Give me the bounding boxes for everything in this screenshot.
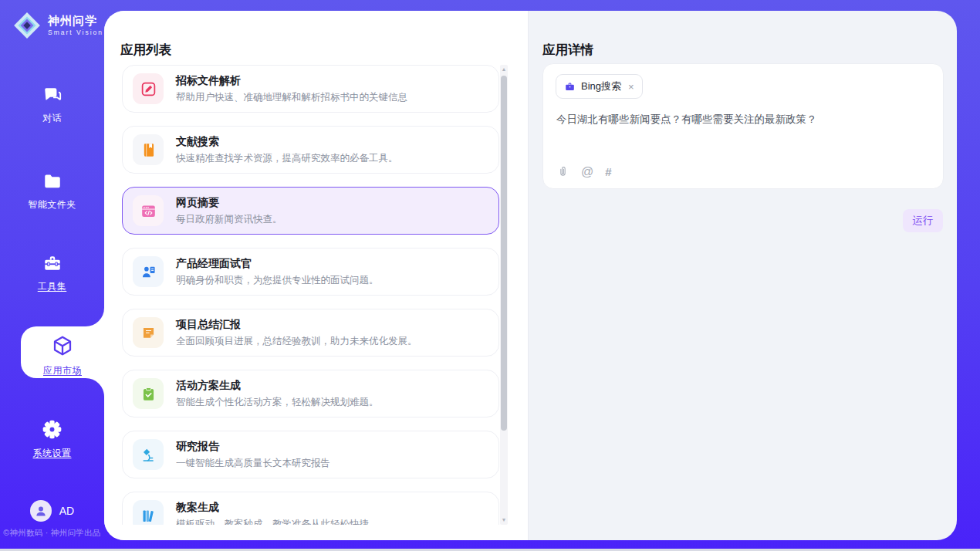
- app-list-title: 应用列表: [120, 42, 171, 59]
- app-icon-tile: [133, 500, 164, 525]
- folder-icon: [42, 171, 63, 191]
- active-tab-curve-bottom: [81, 378, 104, 401]
- gear-icon: [42, 419, 63, 440]
- app-card[interactable]: 活动方案生成 智能生成个性化活动方案，轻松解决规划难题。: [122, 370, 499, 417]
- app-card[interactable]: 文献搜索 快速精准查找学术资源，提高研究效率的必备工具。: [122, 126, 499, 174]
- sidebar-item-label: 对话: [0, 112, 104, 125]
- brand-logo: 神州问学 Smart Vision: [12, 11, 103, 40]
- app-card[interactable]: 项目总结汇报 全面回顾项目进展，总结经验教训，助力未来优化发展。: [122, 309, 499, 357]
- app-name: 研究报告: [176, 440, 330, 454]
- tool-tag-label: Bing搜索: [581, 79, 621, 93]
- run-button[interactable]: 运行: [903, 209, 943, 232]
- app-card[interactable]: 教案生成 模板驱动，教案秒成，教学准备从此轻松快捷: [122, 492, 499, 525]
- app-card[interactable]: 招标文件解析 帮助用户快速、准确地理解和解析招标书中的关键信息: [122, 65, 499, 113]
- scrollbar-up-icon[interactable]: ▲: [500, 65, 508, 74]
- app-name: 活动方案生成: [176, 379, 379, 393]
- sidebar-item-label: 工具集: [0, 280, 104, 293]
- clipboard-icon: [140, 386, 157, 402]
- content-wrapper: 应用列表 招标文件解析 帮助用户快速、准确地理解和解析招标书中的关键信息 文献搜…: [104, 11, 957, 540]
- scrollbar-thumb[interactable]: [501, 76, 507, 431]
- app-card[interactable]: 研究报告 一键智能生成高质量长文本研究报告: [122, 431, 499, 478]
- note-icon: [140, 325, 157, 341]
- app-name: 招标文件解析: [176, 74, 407, 88]
- sidebar-item-chat[interactable]: 对话: [0, 85, 104, 125]
- sidebar-item-gear[interactable]: 系统设置: [0, 419, 104, 460]
- app-icon-tile: [133, 73, 164, 104]
- app-desc: 明确身份和职责，为您提供专业性的面试问题。: [176, 274, 379, 287]
- tool-tag-bing-search[interactable]: Bing搜索 ×: [556, 74, 643, 99]
- user-profile[interactable]: AD: [0, 500, 104, 522]
- app-name: 网页摘要: [176, 196, 282, 210]
- chat-icon: [42, 85, 63, 105]
- app-desc: 每日政府新闻资讯快查。: [176, 213, 282, 226]
- sidebar-item-folder[interactable]: 智能文件夹: [0, 171, 104, 211]
- brand-name: 神州问学: [48, 15, 103, 28]
- app-name: 教案生成: [176, 501, 369, 515]
- research-icon: [140, 447, 157, 463]
- book-icon: [140, 142, 157, 158]
- app-desc: 一键智能生成高质量长文本研究报告: [176, 457, 330, 470]
- browser-icon: [140, 203, 157, 219]
- app-name: 项目总结汇报: [176, 318, 417, 332]
- app-desc: 全面回顾项目进展，总结经验教训，助力未来优化发展。: [176, 335, 417, 348]
- app-desc: 帮助用户快速、准确地理解和解析招标书中的关键信息: [176, 91, 407, 104]
- app-list-panel: 应用列表 招标文件解析 帮助用户快速、准确地理解和解析招标书中的关键信息 文献搜…: [104, 11, 528, 540]
- interview-icon: [140, 264, 157, 280]
- diamond-icon: [12, 11, 42, 40]
- copyright: ©神州数码 · 神州问学出品: [0, 528, 104, 539]
- briefcase-icon: [564, 81, 576, 93]
- brand-subtitle: Smart Vision: [48, 29, 103, 36]
- books-icon: [140, 508, 157, 524]
- app-name: 文献搜索: [176, 135, 398, 149]
- sidebar-item-cube[interactable]: 应用市场: [21, 334, 104, 377]
- query-text[interactable]: 今日湖北有哪些新闻要点？有哪些需要关注的最新政策？: [556, 112, 931, 127]
- close-icon[interactable]: ×: [628, 82, 634, 92]
- app-icon-tile: [133, 317, 164, 348]
- prompt-input-card[interactable]: Bing搜索 × 今日湖北有哪些新闻要点？有哪些需要关注的最新政策？ @ #: [542, 63, 944, 189]
- avatar: [30, 500, 52, 522]
- app-card[interactable]: 产品经理面试官 明确身份和职责，为您提供专业性的面试问题。: [122, 248, 499, 296]
- sidebar-item-label: 系统设置: [0, 447, 104, 460]
- active-tab-curve-top: [81, 303, 104, 326]
- app-detail-panel: 应用详情 Bing搜索 × 今日湖北有哪些新闻要点？有哪些需要关注的最新政策？: [528, 11, 957, 540]
- app-icon-tile: [133, 439, 164, 470]
- app-detail-title: 应用详情: [542, 42, 593, 59]
- app-desc: 智能生成个性化活动方案，轻松解决规划难题。: [176, 396, 379, 409]
- app-desc: 快速精准查找学术资源，提高研究效率的必备工具。: [176, 152, 398, 165]
- app-card-list: 招标文件解析 帮助用户快速、准确地理解和解析招标书中的关键信息 文献搜索 快速精…: [122, 65, 499, 525]
- app-icon-tile: [133, 378, 164, 409]
- input-toolbar: @ #: [556, 165, 612, 178]
- scrollbar[interactable]: ▲ ▼: [500, 65, 508, 525]
- sidebar-item-toolbox[interactable]: 工具集: [0, 253, 104, 293]
- app-icon-tile: [133, 256, 164, 287]
- sidebar-item-label: 应用市场: [21, 364, 104, 377]
- app-icon-tile: [133, 195, 164, 226]
- app-window: 神州问学 Smart Vision 对话 智能文件夹 工具集 应用市场 系统设置: [0, 0, 980, 551]
- app-name: 产品经理面试官: [176, 257, 379, 271]
- scrollbar-down-icon[interactable]: ▼: [500, 516, 508, 525]
- sidebar-item-label: 智能文件夹: [0, 198, 104, 211]
- attachment-icon[interactable]: [556, 165, 569, 178]
- mention-icon[interactable]: @: [581, 166, 593, 178]
- app-card[interactable]: 网页摘要 每日政府新闻资讯快查。: [122, 187, 499, 235]
- app-desc: 模板驱动，教案秒成，教学准备从此轻松快捷: [176, 518, 369, 526]
- toolbox-icon: [42, 253, 63, 273]
- sidebar: 神州问学 Smart Vision 对话 智能文件夹 工具集 应用市场 系统设置: [0, 0, 104, 551]
- hash-icon[interactable]: #: [605, 166, 611, 177]
- cube-icon: [51, 334, 74, 357]
- user-initials: AD: [59, 505, 74, 517]
- edit-icon: [140, 81, 157, 97]
- app-icon-tile: [133, 134, 164, 165]
